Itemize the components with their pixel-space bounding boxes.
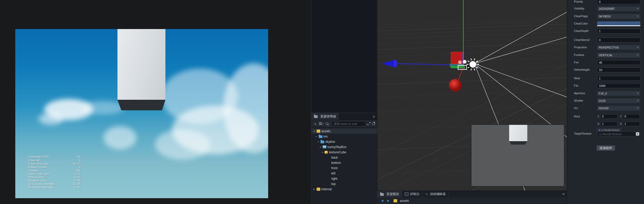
stat-value: 0. 02 xyxy=(74,186,80,189)
nav-forward-arrow[interactable]: ▶ xyxy=(387,199,389,202)
add-asset-button[interactable]: ＋ xyxy=(313,122,317,126)
chevron-down-icon: ▼ xyxy=(637,6,639,11)
cloud xyxy=(81,101,125,115)
tree-item-bottom[interactable]: bottom xyxy=(311,160,377,165)
tree-item-label: skybox xyxy=(325,140,335,144)
select-value: VERTICAL xyxy=(599,53,613,58)
select-value: ISO100 xyxy=(599,106,608,111)
input-ClearDepth[interactable]: 1 xyxy=(597,29,640,34)
tab-assets-manager[interactable]: 资源管理器 xyxy=(311,113,339,120)
collapse-all-button[interactable] xyxy=(367,122,370,125)
select-Aperture[interactable]: F16_0▼ xyxy=(597,91,640,96)
tree-item-internal[interactable]: ▶internal xyxy=(311,187,377,192)
editor-background: Framerate (FPS)60Draw call3Frame time (m… xyxy=(0,0,311,204)
property-label-ClearFlags: ClearFlags xyxy=(574,15,588,18)
tree-item-assets[interactable]: ▼assets xyxy=(311,129,377,134)
stat-value: 0. 07 xyxy=(74,172,80,176)
bottom-tab-2[interactable]: >_控制台 xyxy=(402,191,422,197)
chevron-down-icon: ▼ xyxy=(637,91,639,96)
tree-item-back[interactable]: back xyxy=(311,155,377,160)
color-swatch-ClearColor[interactable] xyxy=(597,21,640,26)
chevron-down-icon: ▼ xyxy=(637,14,639,19)
add-component-button[interactable]: 添加组件 xyxy=(597,145,615,151)
stat-line: Frame time (ms)16. 67 xyxy=(28,162,80,165)
expand-arrow-icon[interactable]: ▼ xyxy=(317,141,321,143)
database-icon xyxy=(317,188,320,191)
tree-item-top[interactable]: top xyxy=(311,181,377,187)
expand-arrow-icon[interactable]: ▼ xyxy=(313,130,317,132)
stat-label: Renderer (ms) xyxy=(28,179,46,182)
rect-input[interactable]: 1 xyxy=(601,122,617,126)
tab-label: 资源管理器 xyxy=(320,114,336,119)
cloud xyxy=(155,129,210,160)
input-Far[interactable]: 1000 xyxy=(597,83,640,88)
bottom-tab-label: 动画编辑器 xyxy=(430,192,446,196)
rect-input[interactable]: 1 xyxy=(623,122,640,126)
image-icon xyxy=(323,145,326,149)
select-Shutter[interactable]: D125▼ xyxy=(597,98,640,103)
rect-key: W xyxy=(598,122,599,125)
cloud xyxy=(38,113,63,125)
input-Near[interactable]: 1 xyxy=(597,76,640,81)
tree-item-label: textureCube xyxy=(329,150,346,154)
rect-input[interactable]: 0 xyxy=(623,114,640,119)
property-label-Rect: Rect xyxy=(574,115,580,118)
game-preview-viewport[interactable]: Framerate (FPS)60Draw call3Frame time (m… xyxy=(15,29,268,198)
input-OrthoHeight[interactable]: 10 xyxy=(597,68,640,72)
tree-item-right[interactable]: right xyxy=(311,176,377,181)
panel-menu-icon[interactable]: ≡ xyxy=(373,115,377,118)
database-icon xyxy=(317,130,320,133)
search-filter-button[interactable]: ▼ xyxy=(326,122,330,125)
chevron-down-icon: ▼ xyxy=(637,98,639,103)
game-cube-bottom-face xyxy=(117,100,165,110)
tree-item-sunnySkyBox[interactable]: ▼sunnySkyBox xyxy=(311,144,377,150)
property-label-Far: Far xyxy=(574,84,578,87)
tree-item-textureCube[interactable]: ▼textureCube xyxy=(311,150,377,155)
bottom-tab-label: 控制台 xyxy=(410,192,420,196)
panel-menu-icon[interactable]: ≡ xyxy=(562,192,567,196)
input-Priority[interactable]: 0 xyxy=(597,0,640,4)
chevron-down-icon: ▼ xyxy=(637,106,639,111)
stat-label: GFX Texture Mem(M) xyxy=(28,182,55,186)
search-input[interactable] xyxy=(332,121,366,126)
expand-arrow-icon[interactable]: ▼ xyxy=(316,136,319,137)
input-Fov[interactable]: 45 xyxy=(597,60,640,65)
asset-drop-field-TargetTexture[interactable]: cc.RenderTexture➤ xyxy=(597,131,640,136)
select-Iso[interactable]: ISO100▼ xyxy=(597,106,640,111)
scene-viewport[interactable] xyxy=(377,0,567,191)
sort-button[interactable]: ▼ xyxy=(319,122,324,125)
tree-item-res[interactable]: ▼res xyxy=(311,134,377,139)
select-FovAxis[interactable]: VERTICAL▼ xyxy=(597,53,640,58)
nav-back-arrow[interactable]: ◀ xyxy=(381,199,383,202)
select-Projection[interactable]: PERSPECTIVE▼ xyxy=(597,45,640,50)
expand-arrow-icon[interactable]: ▶ xyxy=(313,188,317,190)
stat-value: 0 xyxy=(79,165,80,169)
tree-item-skybox[interactable]: ▼skybox xyxy=(311,139,377,144)
property-label-ClearStencil: ClearStencil xyxy=(574,38,589,41)
stat-line: GFX Buffer Mem(M)0. 02 xyxy=(28,186,80,189)
stat-value: 0. 48 xyxy=(74,179,80,182)
property-label-Priority: Priority xyxy=(574,0,583,3)
bottom-tab-3[interactable]: ϟ动画编辑器 xyxy=(422,191,449,197)
cube-icon xyxy=(325,151,328,154)
rect-input[interactable]: 0 xyxy=(601,114,617,119)
stat-value: 60 xyxy=(77,155,80,159)
assets-panel: 资源管理器 ≡ ＋ ▼ ▼ ▼assets▼res▼skybox▼sunnySk… xyxy=(311,113,377,204)
bottom-tab-1[interactable]: 资源预览 xyxy=(377,191,402,197)
select-Visibility[interactable]: 1822425087▼ xyxy=(597,6,640,11)
stat-label: Physics (ms) xyxy=(28,175,44,179)
stat-line: GFX Texture Mem(M)32. 26 xyxy=(28,182,80,186)
stat-value: 3 xyxy=(79,159,80,162)
select-ClearFlags[interactable]: SKYBOX▼ xyxy=(597,14,640,19)
pick-asset-cursor-icon[interactable]: ➤ xyxy=(636,132,639,136)
input-ClearStencil[interactable]: 0 xyxy=(597,38,640,42)
breadcrumb-assets[interactable]: assets xyxy=(394,199,409,203)
expand-arrow-icon[interactable]: ▼ xyxy=(319,146,323,148)
tree-item-left[interactable]: left xyxy=(311,171,377,176)
property-label-FovAxis: FovAxis xyxy=(574,53,584,56)
tree-item-front[interactable]: front xyxy=(311,165,377,171)
expand-arrow-icon[interactable]: ▼ xyxy=(321,151,325,153)
stat-line: Triangle186 xyxy=(28,169,80,172)
stat-line: Game Logic (ms)0. 07 xyxy=(28,172,80,176)
refresh-button[interactable] xyxy=(372,122,375,125)
